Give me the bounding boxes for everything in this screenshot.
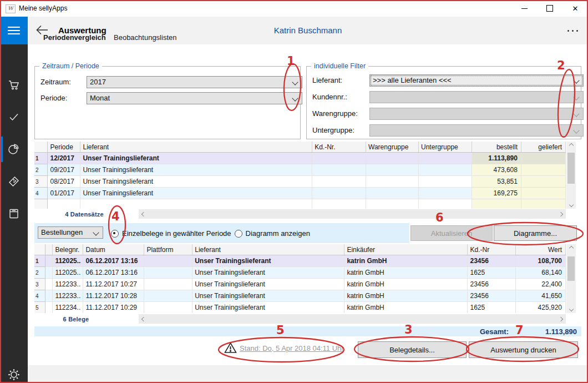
cell[interactable]: 68,140 (516, 267, 566, 279)
cell[interactable]: 06.12.2017 13:16 (83, 267, 144, 279)
spacer-cell[interactable] (45, 267, 53, 279)
cell[interactable]: 112234.. (53, 302, 83, 314)
column-header[interactable]: Untergruppe (419, 142, 472, 153)
column-header[interactable]: Lieferant (80, 142, 312, 153)
cell[interactable]: 12/2017 (48, 153, 80, 164)
sidebar-item-settings[interactable] (0, 362, 28, 383)
row-number-cell[interactable]: 1 (34, 255, 45, 267)
column-header[interactable]: Plattform (144, 244, 192, 255)
cell[interactable] (144, 290, 192, 302)
period-table-vscrollbar[interactable] (566, 142, 576, 209)
cell[interactable] (419, 199, 472, 209)
cell[interactable]: 11.12.2017 10:29 (83, 302, 144, 314)
cell[interactable] (521, 164, 565, 176)
spacer-cell[interactable] (45, 279, 53, 290)
scroll-right-icon[interactable] (559, 316, 563, 321)
cell[interactable] (312, 164, 366, 176)
cell[interactable] (312, 199, 366, 209)
sidebar-item-pricing[interactable] (0, 169, 28, 194)
scroll-up-icon[interactable] (569, 143, 573, 148)
cell[interactable] (472, 199, 521, 209)
sidebar-item-orders[interactable] (0, 72, 28, 98)
table-row[interactable] (34, 199, 566, 209)
cell[interactable]: 108,700 (516, 255, 566, 267)
period-table-hscrollbar[interactable] (139, 209, 566, 219)
column-header[interactable]: geliefert (521, 142, 565, 153)
combo-lieferant[interactable]: >>> alle Lieferanten <<< (369, 74, 584, 87)
cell[interactable] (144, 255, 192, 267)
cell[interactable]: 1625 (468, 302, 516, 314)
table-row[interactable]: 4112233..11.12.2017 10:28Unser Trainings… (34, 290, 566, 302)
cell[interactable] (521, 199, 565, 209)
cell[interactable] (419, 188, 472, 199)
cell[interactable] (144, 267, 192, 279)
tab-periodenvergleich[interactable]: Periodenvergleich (43, 33, 106, 42)
sidebar-item-catalog[interactable] (0, 201, 28, 226)
cell[interactable]: 23456 (468, 255, 516, 267)
row-number-header[interactable] (34, 244, 45, 255)
scroll-left-icon[interactable] (141, 316, 146, 321)
spacer-cell[interactable] (45, 290, 53, 302)
combo-periode[interactable]: Monat (87, 92, 302, 104)
chevron-down-icon[interactable] (292, 79, 298, 85)
table-row[interactable]: 308/2017Unser Trainingslieferant53,851 (34, 176, 566, 188)
scroll-thumb[interactable] (567, 153, 575, 184)
column-header[interactable]: Kd.-Nr (468, 244, 516, 255)
status-timestamp-link[interactable]: Stand: Do, 5 Apr 2018 04:11 Uhr (240, 344, 344, 352)
cell[interactable]: 1625 (468, 267, 516, 279)
cell[interactable] (366, 176, 419, 188)
column-header[interactable]: Einkäufer (344, 244, 468, 255)
cell[interactable] (366, 153, 419, 164)
column-header[interactable]: bestellt (472, 142, 521, 153)
table-row[interactable]: 5112234..11.12.2017 10:29Unser Trainings… (34, 302, 566, 314)
cell[interactable]: 425,920 (516, 302, 566, 314)
cell[interactable]: 11.12.2017 10:28 (83, 290, 144, 302)
row-number-header[interactable] (34, 142, 48, 153)
cell[interactable] (48, 199, 80, 209)
spacer-cell[interactable] (45, 302, 53, 314)
column-header[interactable]: Belegnr. (53, 244, 83, 255)
cell[interactable] (521, 153, 565, 164)
cell[interactable]: Unser Trainingslieferant (80, 153, 312, 164)
detail-table-hscrollbar[interactable] (139, 314, 566, 324)
cell[interactable]: katrin GmbH (344, 255, 468, 267)
cell[interactable] (366, 199, 419, 209)
chevron-down-icon[interactable] (573, 77, 579, 83)
chevron-down-icon[interactable] (93, 229, 99, 235)
radio-label[interactable]: Diagramm anzeigen (246, 229, 310, 238)
column-header[interactable]: Datum (83, 244, 144, 255)
close-button[interactable]: ✕ (562, 0, 588, 17)
column-header[interactable]: Kd.-Nr. (312, 142, 366, 153)
print-report-button[interactable]: Auswertung drucken (469, 341, 578, 358)
cell[interactable] (80, 199, 312, 209)
cell[interactable]: Unser Trainingslieferant (192, 290, 344, 302)
cell[interactable]: 169,275 (472, 188, 521, 199)
cell[interactable] (366, 188, 419, 199)
column-header[interactable]: Wert (516, 244, 566, 255)
combo-zeitraum[interactable]: 2017 (87, 76, 302, 88)
table-row[interactable]: 112/2017Unser Trainingslieferant1.113,89… (34, 153, 566, 164)
sidebar-item-tasks[interactable] (0, 104, 28, 130)
table-row[interactable]: 2112025..06.12.2017 13:16Unser Trainings… (34, 267, 566, 279)
doc-type-select[interactable]: Bestellungen (38, 226, 103, 239)
row-number-cell[interactable]: 2 (34, 267, 45, 279)
cell[interactable]: 01/2017 (48, 188, 80, 199)
table-row[interactable]: 3112233..11.12.2017 10:27Unser Trainings… (34, 279, 566, 290)
cell[interactable]: 22,400 (516, 279, 566, 290)
cell[interactable] (419, 176, 472, 188)
column-header[interactable]: Periode (48, 142, 80, 153)
cell[interactable] (144, 279, 192, 290)
scroll-down-icon[interactable] (569, 203, 573, 207)
cell[interactable]: Unser Trainingslieferant (192, 255, 344, 267)
cell[interactable]: 09/2017 (48, 164, 80, 176)
cell[interactable]: 112025.. (53, 267, 83, 279)
cell[interactable]: 41,650 (516, 290, 566, 302)
detail-table-vscrollbar[interactable] (566, 244, 576, 313)
scroll-up-icon[interactable] (569, 246, 573, 250)
chevron-down-icon[interactable] (292, 95, 298, 101)
scroll-right-icon[interactable] (559, 211, 563, 216)
row-number-cell[interactable]: 3 (34, 279, 45, 290)
spacer-header[interactable] (45, 244, 53, 255)
minimize-button[interactable] (511, 0, 537, 17)
scroll-left-icon[interactable] (141, 211, 146, 216)
